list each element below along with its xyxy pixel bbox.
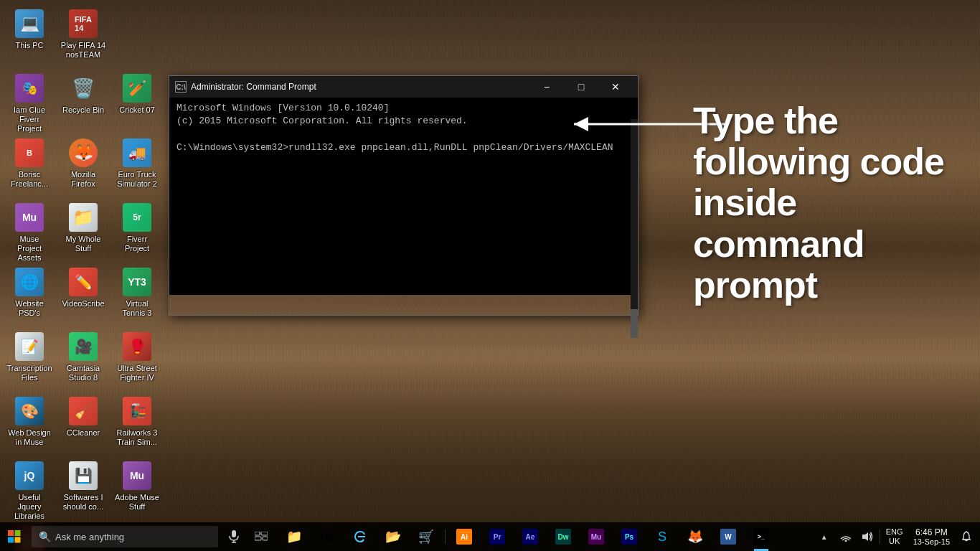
cmd-maximize-button[interactable]: □ bbox=[565, 77, 598, 96]
desktop-icon-softwares[interactable]: 💾 Softwares I should co... bbox=[57, 456, 109, 520]
mywhole-icon: 📁 bbox=[69, 203, 98, 232]
taskbar-word[interactable]: W bbox=[712, 522, 744, 551]
desktop-icon-cricket[interactable]: 🏏 Cricket 07 bbox=[111, 68, 163, 133]
taskbar-app-icons: 📁 🛍 📂 🛒 Ai bbox=[278, 522, 777, 551]
notification-icon bbox=[961, 531, 971, 542]
cmd-window-controls: − □ ✕ bbox=[530, 77, 632, 96]
vt3-icon: YT3 bbox=[123, 268, 151, 296]
task-view-button[interactable] bbox=[247, 522, 275, 551]
network-icon bbox=[840, 532, 852, 542]
word-icon: W bbox=[720, 529, 736, 545]
cmd-close-button[interactable]: ✕ bbox=[599, 77, 632, 96]
fiverr-label: Fiverr Project bbox=[114, 235, 160, 253]
desktop-icon-camtasia[interactable]: 🎥 Camtasia Studio 8 bbox=[57, 326, 109, 391]
taskbar-muse[interactable]: Mu bbox=[580, 522, 612, 551]
videoscribe-label: VideoScribe bbox=[62, 299, 104, 309]
desktop-icon-clue[interactable]: 🎭 Iam Clue Fiverr Project bbox=[4, 68, 55, 133]
desktop-icon-ccleaner[interactable]: 🧹 CCleaner bbox=[57, 391, 109, 456]
svg-rect-6 bbox=[232, 530, 236, 537]
tray-volume-icon[interactable] bbox=[857, 522, 878, 551]
tray-expand-button[interactable]: ▲ bbox=[814, 522, 835, 551]
desktop-icon-transcription[interactable]: 📝 Transcription Files bbox=[4, 326, 55, 391]
desktop-icon-mywhole[interactable]: 📁 My Whole Stuff bbox=[57, 197, 109, 262]
taskbar-edge[interactable] bbox=[344, 522, 376, 551]
taskbar-dreamweaver[interactable]: Dw bbox=[547, 522, 579, 551]
language-indicator[interactable]: ENG UK bbox=[882, 527, 908, 546]
system-clock[interactable]: 6:46 PM 13-Sep-15 bbox=[908, 522, 956, 551]
taskbar-store[interactable]: 🛍 bbox=[311, 522, 343, 551]
svg-rect-2 bbox=[8, 530, 14, 536]
railworks-icon: 🚂 bbox=[123, 397, 151, 425]
taskbar-cmd[interactable]: >_ bbox=[745, 522, 777, 551]
firefox-icon: 🦊 bbox=[69, 138, 98, 167]
desktop-icon-ultra[interactable]: 🥊 Ultra Street Fighter IV bbox=[111, 326, 163, 391]
cmd-line-3 bbox=[176, 128, 631, 141]
svg-rect-9 bbox=[255, 532, 260, 535]
ccleaner-label: CCleaner bbox=[67, 428, 100, 438]
muse-icon: Mu bbox=[15, 203, 44, 232]
railworks-label: Railworks 3 Train Sim... bbox=[114, 428, 160, 447]
file-explorer-icon: 📁 bbox=[286, 529, 302, 545]
taskbar-photoshop[interactable]: Ps bbox=[613, 522, 645, 551]
taskbar-aftereffects[interactable]: Ae bbox=[514, 522, 546, 551]
taskbar-premiere[interactable]: Pr bbox=[481, 522, 513, 551]
firefox-label: Mozilla Firefox bbox=[60, 170, 106, 189]
taskbar-store2[interactable]: 🛒 bbox=[410, 522, 442, 551]
notification-button[interactable] bbox=[956, 522, 977, 551]
mywhole-label: My Whole Stuff bbox=[60, 235, 106, 253]
recycle-label: Recycle Bin bbox=[62, 105, 104, 115]
desktop-icon-jquery[interactable]: jQ Useful Jquery Libraries bbox=[4, 456, 55, 520]
desktop-icon-fiverr[interactable]: 5r Fiverr Project bbox=[111, 197, 163, 262]
desktop-icon-winnie-offset[interactable] bbox=[111, 4, 163, 68]
desktop-icon-vt3[interactable]: YT3 Virtual Tennis 3 bbox=[111, 262, 163, 326]
desktop-icon-recycle[interactable]: 🗑️ Recycle Bin bbox=[57, 68, 109, 133]
cmd-line-2: (c) 2015 Microsoft Corporation. All righ… bbox=[176, 115, 631, 128]
desktop-icon-website[interactable]: 🌐 Website PSD's bbox=[4, 262, 55, 326]
webdesign-label: Web Design in Muse bbox=[6, 428, 52, 447]
desktop-icon-firefox[interactable]: 🦊 Mozilla Firefox bbox=[57, 133, 109, 197]
cmd-scrollbar[interactable] bbox=[631, 119, 638, 338]
svg-rect-3 bbox=[15, 530, 21, 536]
desktop-icon-webdesign[interactable]: 🎨 Web Design in Muse bbox=[4, 391, 55, 456]
this-pc-label: This PC bbox=[15, 41, 43, 50]
desktop-icon-adobemuse[interactable]: Mu Adobe Muse Stuff bbox=[111, 456, 163, 520]
svg-point-13 bbox=[844, 540, 847, 542]
desktop-icon-eurotruck[interactable]: 🚚 Euro Truck Simulator 2 bbox=[111, 133, 163, 197]
desktop-icon-railworks[interactable]: 🚂 Railworks 3 Train Sim... bbox=[111, 391, 163, 456]
taskbar-illustrator[interactable]: Ai bbox=[448, 522, 480, 551]
borisc-label: Borisc Freelanc... bbox=[6, 170, 52, 189]
desktop-icon-borisc[interactable]: B Borisc Freelanc... bbox=[4, 133, 55, 197]
cmd-line-1: Microsoft Windows [Version 10.0.10240] bbox=[176, 102, 631, 115]
taskbar-explorer2[interactable]: 📂 bbox=[377, 522, 409, 551]
desktop-icon-videoscribe[interactable]: ✏️ VideoScribe bbox=[57, 262, 109, 326]
instruction-line5: prompt bbox=[693, 265, 966, 306]
cmd-minimize-button[interactable]: − bbox=[530, 77, 563, 96]
instruction-line1: Type the bbox=[693, 100, 966, 141]
desktop-icon-fifa[interactable]: FIFA14 Play FIFA 14 nosTEAM bbox=[57, 4, 109, 68]
adobemuse-label: Adobe Muse Stuff bbox=[114, 493, 160, 512]
tray-network-icon[interactable] bbox=[835, 522, 857, 551]
taskbar-firefox[interactable]: 🦊 bbox=[679, 522, 711, 551]
store2-icon: 🛒 bbox=[418, 529, 434, 545]
instruction-line4: command bbox=[693, 224, 966, 265]
taskbar-file-explorer[interactable]: 📁 bbox=[278, 522, 310, 551]
search-bar[interactable]: 🔍 Ask me anything bbox=[32, 526, 218, 547]
desktop-icon-this-pc[interactable]: 💻 This PC bbox=[4, 4, 55, 68]
svg-rect-10 bbox=[261, 532, 268, 535]
website-icon: 🌐 bbox=[15, 268, 44, 296]
transcription-icon: 📝 bbox=[15, 332, 44, 361]
desktop-icon-muse[interactable]: Mu Muse Project Assets bbox=[4, 197, 55, 262]
skype-icon: S bbox=[658, 529, 666, 545]
microphone-icon bbox=[229, 530, 239, 543]
clue-label: Iam Clue Fiverr Project bbox=[6, 105, 52, 134]
camtasia-icon: 🎥 bbox=[69, 332, 98, 361]
aftereffects-icon: Ae bbox=[522, 529, 538, 545]
microphone-button[interactable] bbox=[221, 522, 247, 551]
taskbar-skype[interactable]: S bbox=[646, 522, 678, 551]
fifa-icon: FIFA14 bbox=[69, 9, 98, 38]
svg-rect-5 bbox=[15, 537, 21, 543]
cmd-title-left: C:\ Administrator: Command Prompt bbox=[175, 81, 316, 93]
cmd-scrollbar-thumb[interactable] bbox=[631, 309, 638, 338]
svg-rect-11 bbox=[255, 537, 261, 540]
start-button[interactable] bbox=[0, 522, 29, 551]
